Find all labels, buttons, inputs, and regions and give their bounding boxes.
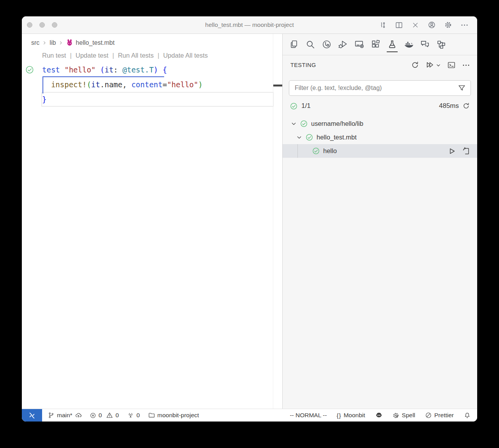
minimize-window-button[interactable]	[39, 22, 45, 28]
codelens-bar: Run test | Update test | Run All tests |…	[42, 49, 282, 62]
run-all-tests-icon[interactable]	[426, 61, 441, 69]
more-actions-icon[interactable]	[460, 21, 469, 29]
close-window-button[interactable]	[27, 22, 32, 28]
close-icon[interactable]	[411, 21, 419, 29]
tests-duration: 485ms	[439, 102, 459, 110]
remote-indicator[interactable]	[22, 409, 42, 422]
code-token	[158, 65, 163, 74]
notifications-item[interactable]	[464, 412, 471, 419]
goto-test-icon[interactable]	[462, 147, 471, 155]
tree-item-actions	[448, 147, 477, 155]
folder-icon	[148, 412, 155, 419]
refresh-tests-icon[interactable]	[411, 61, 419, 69]
zoom-window-button[interactable]	[52, 22, 57, 28]
warning-icon	[106, 412, 113, 419]
cloud-upload-icon	[75, 412, 82, 419]
formatter-item[interactable]: Prettier	[425, 412, 454, 419]
test-tree-item-package[interactable]: username/hello/lib	[283, 117, 477, 131]
vim-mode-item[interactable]: -- NORMAL --	[289, 412, 327, 419]
docker-icon[interactable]	[403, 35, 414, 53]
code-token: {	[163, 65, 167, 74]
braces-icon: {}	[336, 412, 341, 419]
filter-funnel-icon[interactable]	[458, 84, 466, 92]
panel-title: TESTING	[290, 62, 316, 68]
code-line-1[interactable]: test "hello" (it: @test.T) {	[22, 62, 282, 77]
settings-gear-icon[interactable]	[444, 21, 452, 29]
codelens-run-test[interactable]: Run test	[42, 52, 66, 59]
ports-item[interactable]: 0	[127, 412, 140, 419]
split-editor-icon[interactable]	[395, 21, 403, 29]
code-token: )	[198, 80, 202, 89]
status-bar-left: main* 0 0	[42, 412, 199, 419]
code-line-3[interactable]: }	[22, 92, 282, 107]
breadcrumb-src[interactable]: src	[31, 39, 39, 46]
spell-label: Spell	[402, 412, 415, 419]
git-branch-item[interactable]: main*	[48, 412, 82, 419]
folder-item[interactable]: moonbit-project	[148, 412, 200, 419]
test-filter-input[interactable]	[294, 84, 458, 92]
remote-explorer-icon[interactable]	[354, 35, 365, 53]
chevron-down-icon[interactable]	[290, 120, 297, 127]
radio-tower-icon	[127, 412, 134, 419]
code-area[interactable]: test "hello" (it: @test.T) { inspect!(it…	[22, 62, 282, 107]
language-mode-item[interactable]: {} Moonbit	[336, 412, 365, 419]
more-actions-icon[interactable]	[462, 61, 470, 69]
spell-checker-item[interactable]: Spell	[392, 412, 416, 419]
code-line-2[interactable]: inspect!(it.name, content="hello")	[22, 77, 282, 92]
code-token: @test.T	[122, 65, 154, 74]
code-token: }	[42, 95, 46, 104]
copilot-item[interactable]	[375, 411, 383, 419]
workbench: src lib	[22, 34, 477, 409]
test-passed-icon	[300, 120, 308, 128]
breadcrumb-lib[interactable]: lib	[50, 39, 56, 46]
code-token: ,	[122, 80, 127, 89]
code-token: "hello"	[167, 80, 198, 89]
explorer-icon[interactable]	[288, 35, 300, 53]
testing-icon[interactable]	[386, 35, 398, 53]
terminal-icon[interactable]	[447, 61, 456, 69]
folder-name: moonbit-project	[157, 412, 199, 419]
panel-actions	[411, 61, 470, 69]
status-bar: main* 0 0	[22, 409, 477, 422]
codelens-update-test[interactable]: Update test	[76, 52, 108, 59]
chevron-right-icon	[58, 41, 63, 45]
branch-name: main*	[57, 412, 73, 419]
code-token	[42, 80, 51, 89]
problems-item[interactable]: 0 0	[90, 412, 119, 419]
run-test-icon[interactable]	[448, 147, 456, 155]
chevron-right-icon	[42, 41, 47, 45]
source-control-icon[interactable]	[321, 35, 333, 53]
code-token: it	[91, 80, 100, 89]
error-count: 0	[99, 412, 102, 419]
hierarchy-icon[interactable]	[435, 35, 447, 53]
test-tree-item-file[interactable]: hello_test.mbt	[283, 131, 477, 144]
codelens-run-all-tests[interactable]: Run All tests	[118, 52, 154, 59]
tree-item-label: username/hello/lib	[311, 120, 363, 127]
error-icon	[90, 412, 96, 419]
codelens-separator: |	[70, 52, 71, 59]
code-token	[96, 65, 100, 74]
activity-bar	[283, 34, 477, 55]
breadcrumb-file[interactable]: hello_test.mbt	[66, 39, 115, 46]
search-icon[interactable]	[304, 35, 316, 53]
test-tree-item-test-selected[interactable]: hello	[283, 144, 477, 158]
status-bar-right: -- NORMAL -- {} Moonbit Spell	[289, 411, 477, 419]
git-branch-icon	[48, 412, 55, 419]
code-token: test	[42, 65, 60, 74]
source-control-graph-icon[interactable]	[379, 21, 387, 29]
codelens-update-all-tests[interactable]: Update All tests	[163, 52, 208, 59]
comments-icon[interactable]	[419, 35, 431, 53]
code-token: )	[154, 65, 158, 74]
rerun-history-icon[interactable]	[462, 102, 470, 110]
breadcrumb-file-label: hello_test.mbt	[76, 39, 115, 46]
run-and-debug-icon[interactable]	[337, 35, 349, 53]
testing-sidebar: TESTING	[282, 34, 477, 409]
test-filter-box	[289, 80, 471, 96]
account-icon[interactable]	[428, 21, 436, 29]
tree-indent-guide	[297, 144, 298, 158]
formatter-label: Prettier	[434, 412, 454, 419]
code-token: it	[104, 65, 113, 74]
chevron-down-icon[interactable]	[296, 134, 303, 141]
extensions-icon[interactable]	[370, 35, 382, 53]
title-bar-actions	[379, 21, 477, 29]
